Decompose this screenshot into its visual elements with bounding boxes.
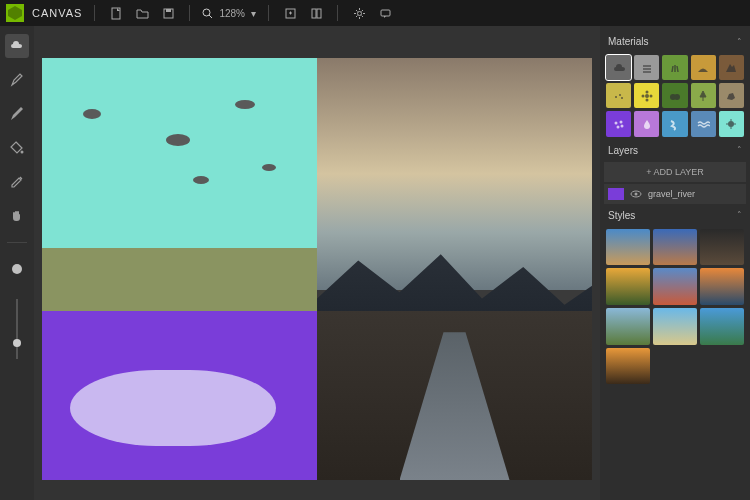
layer-color-swatch [608, 188, 624, 200]
styles-grid [604, 227, 746, 387]
material-sea[interactable] [691, 111, 716, 136]
brush-tool[interactable] [5, 68, 29, 92]
materials-panel-header[interactable]: Materials ˄ [604, 30, 746, 53]
layers-title: Layers [608, 145, 638, 156]
chevron-up-icon: ˄ [737, 37, 742, 47]
style-canyon[interactable] [653, 229, 697, 266]
feedback-icon[interactable] [376, 4, 394, 22]
visibility-icon[interactable] [630, 188, 642, 200]
sidebar: Materials ˄ Layers ˄ + ADD LAYER gravel_… [600, 26, 750, 500]
separator [7, 242, 27, 243]
svg-rect-2 [166, 9, 171, 12]
canvas-area [34, 26, 600, 500]
pencil-tool[interactable] [5, 102, 29, 126]
open-file-icon[interactable] [133, 4, 151, 22]
material-bush[interactable] [662, 83, 687, 108]
svg-point-10 [21, 151, 24, 154]
svg-line-4 [209, 15, 212, 18]
svg-rect-0 [112, 8, 120, 19]
materials-title: Materials [608, 36, 649, 47]
style-valley[interactable] [606, 308, 650, 345]
svg-point-24 [620, 125, 623, 128]
svg-point-20 [674, 94, 680, 100]
add-layer-button[interactable]: + ADD LAYER [604, 162, 746, 182]
material-gravel[interactable] [606, 111, 631, 136]
zoom-control[interactable]: 128% ▾ [202, 8, 256, 19]
style-cave[interactable] [700, 229, 744, 266]
style-ocean-sunset[interactable] [700, 268, 744, 305]
result-canvas [317, 58, 592, 480]
svg-point-11 [615, 96, 617, 98]
style-golden-hour[interactable] [606, 348, 650, 385]
nvidia-logo [6, 4, 24, 22]
material-cloud[interactable] [606, 55, 631, 80]
pan-tool[interactable] [5, 204, 29, 228]
zoom-value: 128% [217, 8, 247, 19]
style-beach[interactable] [653, 308, 697, 345]
materials-grid [604, 53, 746, 139]
layers-panel-header[interactable]: Layers ˄ [604, 139, 746, 162]
style-sunset-field[interactable] [606, 268, 650, 305]
material-mountain[interactable] [719, 55, 744, 80]
separator [94, 5, 95, 21]
brush-size-indicator[interactable] [5, 257, 29, 281]
chevron-down-icon: ▾ [251, 8, 256, 19]
svg-point-16 [649, 94, 652, 97]
material-water[interactable] [634, 111, 659, 136]
svg-point-21 [614, 122, 617, 125]
material-grass[interactable] [662, 55, 687, 80]
chevron-up-icon: ˄ [737, 210, 742, 220]
segmentation-canvas[interactable] [42, 58, 317, 480]
separator [337, 5, 338, 21]
separator [268, 5, 269, 21]
svg-rect-9 [381, 10, 390, 16]
svg-point-3 [203, 9, 210, 16]
styles-panel-header[interactable]: Styles ˄ [604, 204, 746, 227]
svg-point-27 [635, 192, 638, 195]
separator [189, 5, 190, 21]
svg-point-17 [645, 98, 648, 101]
chevron-up-icon: ˄ [737, 145, 742, 155]
styles-title: Styles [608, 210, 635, 221]
material-hill[interactable] [691, 55, 716, 80]
svg-rect-6 [312, 9, 316, 18]
material-tree[interactable] [691, 83, 716, 108]
new-file-icon[interactable] [107, 4, 125, 22]
layer-name: gravel_river [648, 189, 695, 199]
zoom-icon [202, 8, 213, 19]
layout-icon[interactable] [307, 4, 325, 22]
style-red-rock[interactable] [653, 268, 697, 305]
tool-toolbar [0, 26, 34, 500]
style-alpine-lake[interactable] [700, 308, 744, 345]
svg-point-12 [619, 94, 621, 96]
svg-point-25 [728, 121, 734, 127]
svg-point-23 [616, 126, 619, 129]
fill-tool[interactable] [5, 136, 29, 160]
material-fog[interactable] [634, 55, 659, 80]
save-icon[interactable] [159, 4, 177, 22]
export-icon[interactable] [281, 4, 299, 22]
svg-rect-7 [317, 9, 321, 18]
app-title: CANVAS [32, 7, 82, 19]
material-flower[interactable] [634, 83, 659, 108]
material-sky[interactable] [719, 111, 744, 136]
settings-icon[interactable] [350, 4, 368, 22]
svg-point-14 [645, 94, 649, 98]
style-desert-arch[interactable] [606, 229, 650, 266]
eyedropper-tool[interactable] [5, 170, 29, 194]
svg-point-13 [621, 97, 623, 99]
svg-point-8 [357, 11, 361, 15]
svg-point-22 [619, 121, 622, 124]
brush-size-slider[interactable] [16, 299, 18, 359]
material-dirt[interactable] [606, 83, 631, 108]
material-river[interactable] [662, 111, 687, 136]
titlebar: CANVAS 128% ▾ [0, 0, 750, 26]
material-rock[interactable] [719, 83, 744, 108]
svg-point-18 [641, 94, 644, 97]
cloud-tool[interactable] [5, 34, 29, 58]
layer-row[interactable]: gravel_river [604, 184, 746, 204]
svg-point-15 [645, 90, 648, 93]
